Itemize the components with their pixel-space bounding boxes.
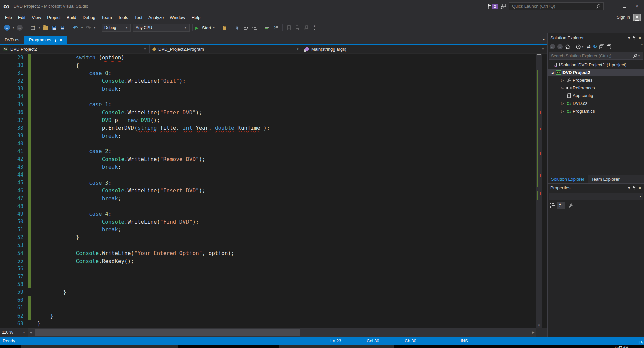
se-forward-button[interactable]: → [557,44,563,49]
menu-build[interactable]: Build [64,14,79,21]
menu-team[interactable]: Team [98,14,115,21]
tree-item-dvd-project2[interactable]: ◢C#DVD Project2 [548,69,644,76]
code-line[interactable]: 46 Console.WriteLine("Insert DVD"); [0,187,547,194]
code-line[interactable]: 44 [0,171,547,179]
horizontal-scrollbar[interactable]: ◀ ▶ [28,328,536,337]
comment-lines-icon[interactable] [264,24,271,32]
tree-item-references[interactable]: ▷References [548,84,644,92]
tree-collapsed-icon[interactable]: ▷ [560,110,565,113]
tool-tab-solution-explorer[interactable]: Solution Explorer [548,175,588,183]
tree-expanded-icon[interactable]: ◢ [550,71,555,74]
pin-icon[interactable] [54,38,57,42]
navigate-forward-button[interactable]: → [16,24,23,32]
code-line[interactable]: 54 Console.WriteLine("Your Entered Optio… [0,249,547,257]
code-line[interactable]: 31 case 0: [0,69,547,77]
close-panel-icon[interactable]: × [638,35,641,41]
se-toolbar-overflow[interactable]: » [641,43,643,46]
bookmark-icon[interactable] [285,24,293,32]
code-line[interactable]: 59 } [0,288,547,296]
collapse-all-icon[interactable] [599,44,604,49]
menu-analyze[interactable]: Analyze [145,14,167,21]
panel-grip[interactable] [574,187,625,189]
solution-platform-dropdown[interactable]: Any CPU▾ [133,24,190,32]
code-line[interactable]: 43 break; [0,163,547,171]
tab-dvd-cs[interactable]: DVD.cs [0,36,24,44]
tree-collapsed-icon[interactable]: ▷ [560,102,565,105]
code-line[interactable]: 49 case 4: [0,210,547,218]
panel-options-dropdown[interactable]: ▾ [628,186,630,190]
feedback-button[interactable] [500,4,506,9]
status-character[interactable]: Ch 30 [405,338,416,343]
status-column[interactable]: Col 30 [367,338,379,343]
save-icon[interactable] [50,24,58,32]
scroll-left-icon[interactable]: ◀ [28,328,34,337]
close-tab-icon[interactable]: × [60,38,63,42]
code-line[interactable]: 39 break; [0,132,547,140]
menu-tools[interactable]: Tools [115,14,131,21]
code-line[interactable]: 33 break; [0,85,547,92]
undo-dropdown[interactable]: ▾ [80,26,84,29]
code-line[interactable]: 34 [0,93,547,100]
close-panel-icon[interactable]: × [638,185,641,191]
menu-test[interactable]: Test [131,14,145,21]
panel-grip[interactable] [587,37,625,39]
start-dropdown[interactable]: ▾ [212,26,215,29]
save-all-icon[interactable] [59,24,66,32]
menu-edit[interactable]: Edit [15,14,29,21]
minimize-button[interactable] [606,2,616,11]
code-line[interactable]: 53 [0,241,547,249]
quick-launch-input[interactable]: Quick Launch (Ctrl+Q) [509,2,604,10]
code-line[interactable]: 50 Console.WriteLine("Find DVD"); [0,218,547,226]
open-file-icon[interactable] [42,24,49,32]
property-pages-wrench-icon[interactable] [569,203,574,208]
split-editor-handle[interactable] [537,54,541,57]
undo-button[interactable]: ↶ [72,24,79,32]
code-line[interactable]: 56 [0,265,547,273]
prev-bookmark-icon[interactable] [302,24,310,32]
scroll-down-icon[interactable]: ▼ [536,324,542,327]
pin-icon[interactable] [633,186,636,190]
status-insert-mode[interactable]: INS [461,338,468,343]
code-line[interactable]: 55 Console.ReadKey(); [0,257,547,265]
quick-info-icon[interactable]: ? [272,24,280,32]
toolbar-overflow-dropdown[interactable]: ≡▾ [313,24,316,31]
project-dropdown[interactable]: C# DVD Project2 ▾ [0,45,150,53]
code-line[interactable]: 51 break; [0,226,547,233]
tree-item-properties[interactable]: ▷Properties [548,76,644,84]
refresh-icon[interactable]: ↻ [593,44,597,50]
format-indent-icon[interactable] [243,24,250,32]
type-dropdown[interactable]: DVD_Project2.Program ▾ [150,45,302,53]
code-line[interactable]: 45 case 3: [0,179,547,187]
tool-tab-team-explorer[interactable]: Team Explorer [588,175,623,183]
redo-button[interactable]: ↷ [85,24,92,32]
code-line[interactable]: 32 Console.WriteLine("Quit"); [0,77,547,85]
categorized-icon[interactable] [550,203,555,208]
code-line[interactable]: 40 [0,140,547,147]
document-list-dropdown[interactable]: ▾ [543,38,545,41]
code-line[interactable]: 57 [0,273,547,280]
new-project-icon[interactable] [29,24,37,32]
code-line[interactable]: 29 switch (option) [0,54,547,61]
tree-item-solution-dvd-project2-1-project[interactable]: ∞Solution 'DVD Project2' (1 project) [548,61,644,69]
member-dropdown[interactable]: Main(string[] args) ▾ [302,45,547,53]
zoom-level-dropdown[interactable]: 110 %▾ [0,328,28,337]
pending-changes-filter-dropdown[interactable]: ▾ [576,44,584,49]
code-line[interactable]: 37 DVD p = new DVD(); [0,116,547,124]
tab-program-cs[interactable]: Program.cs× [24,36,67,44]
menu-project[interactable]: Project [44,14,63,21]
code-line[interactable]: 60 [0,296,547,304]
menu-view[interactable]: View [29,14,44,21]
code-line[interactable]: 47 break; [0,194,547,202]
vertical-scrollbar[interactable]: ▼ [536,54,542,328]
navigate-backward-button[interactable]: ← [3,24,11,32]
menu-window[interactable]: Window [167,14,188,21]
navigate-backward-dropdown[interactable]: ▾ [12,26,15,29]
menu-help[interactable]: Help [189,14,204,21]
restore-button[interactable] [619,2,629,11]
notifications-button[interactable]: 2 [487,4,498,9]
code-line[interactable]: 41 case 2: [0,147,547,155]
search-options-dropdown[interactable]: ▾ [637,54,641,58]
code-line[interactable]: 38 p.EnterDVD(string Title, int Year, do… [0,124,547,132]
tree-item-dvd-cs[interactable]: ▷C#DVD.cs [548,99,644,107]
format-outdent-icon[interactable] [251,24,258,32]
